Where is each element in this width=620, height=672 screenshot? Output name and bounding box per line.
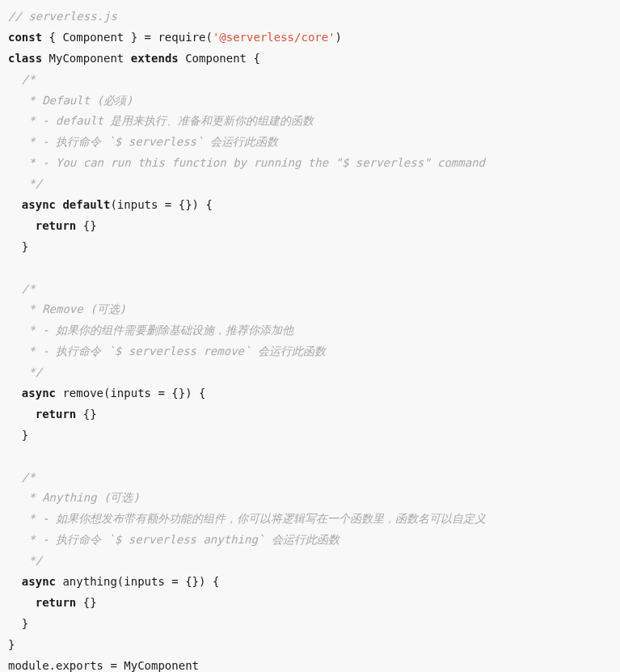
code-line: * - 执行命令 `$ serverless` 会运行此函数 <box>8 135 278 148</box>
code-line: * Default (必须) <box>8 94 133 107</box>
code-token: {} <box>76 408 96 421</box>
code-token: {} <box>76 219 96 232</box>
code-line: /* <box>8 73 36 86</box>
code-line: * - 如果你想发布带有额外功能的组件，你可以将逻辑写在一个函数里，函数名可以自… <box>8 512 486 525</box>
code-line: */ <box>8 554 42 567</box>
code-line: * Anything (可选) <box>8 491 140 504</box>
code-token: return <box>8 408 76 421</box>
code-token: (inputs = {}) { <box>110 198 212 211</box>
code-line: // serverless.js <box>8 10 117 23</box>
code-line: } <box>8 240 28 253</box>
code-token: MyComponent <box>42 52 131 65</box>
code-block: // serverless.js const { Component } = r… <box>0 0 620 672</box>
code-token: ) <box>335 31 342 44</box>
code-line: * - default 是用来执行、准备和更新你的组建的函数 <box>8 114 314 127</box>
code-token: {} <box>76 596 96 609</box>
code-line: } <box>8 617 28 630</box>
code-token: class <box>8 52 42 65</box>
code-token: const <box>8 31 42 44</box>
code-line: } <box>8 638 15 651</box>
code-line: * - 如果你的组件需要删除基础设施，推荐你添加他 <box>8 323 293 336</box>
code-token: return <box>8 596 76 609</box>
code-token: async default <box>8 198 110 211</box>
code-line: * - You can run this function by running… <box>8 156 485 169</box>
code-token: '@serverless/core' <box>213 31 335 44</box>
code-token: extends <box>131 52 179 65</box>
code-line: */ <box>8 366 42 378</box>
code-line: module.exports = MyComponent <box>8 659 199 672</box>
code-line: } <box>8 429 28 442</box>
code-line: * - 执行命令 `$ serverless anything` 会运行此函数 <box>8 533 340 546</box>
code-token: anything(inputs = {}) { <box>56 575 219 588</box>
code-token: return <box>8 219 76 232</box>
code-token: async <box>8 575 56 588</box>
code-token: async <box>8 387 56 399</box>
code-line: */ <box>8 177 42 190</box>
code-line: /* <box>8 282 36 295</box>
code-line: /* <box>8 471 36 484</box>
code-line: * - 执行命令 `$ serverless remove` 会运行此函数 <box>8 344 326 357</box>
code-token: remove(inputs = {}) { <box>56 387 205 399</box>
code-token: Component { <box>179 52 260 65</box>
code-token: { Component } = require( <box>42 31 213 44</box>
code-line: * Remove (可选) <box>8 302 126 315</box>
